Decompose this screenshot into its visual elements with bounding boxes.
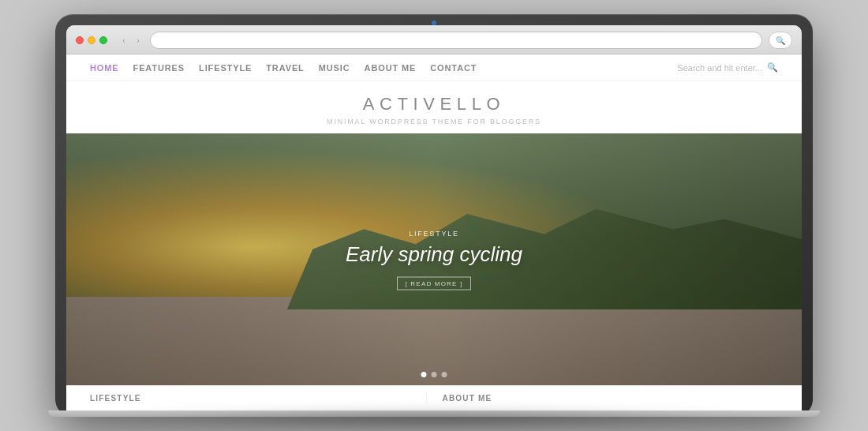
hero-content: LIFESTYLE Early spring cycling [ READ MO… xyxy=(346,229,522,290)
search-placeholder-text: Search and hit enter... xyxy=(677,63,762,73)
footer-strip: LIFESTYLE ABOUT ME xyxy=(66,385,802,410)
nav-links: HOME FEATURES LIFESTYLE TRAVEL MUSIC ABO… xyxy=(90,63,477,73)
laptop-shadow xyxy=(93,410,775,426)
back-arrow[interactable]: ‹ xyxy=(118,35,129,46)
maximize-button[interactable] xyxy=(99,36,107,44)
nav-contact[interactable]: CONTACT xyxy=(430,63,477,73)
search-icon[interactable]: 🔍 xyxy=(767,62,778,73)
website-content: HOME FEATURES LIFESTYLE TRAVEL MUSIC ABO… xyxy=(66,54,802,410)
browser-window: ‹ › 🔍 HOME FEATURES LIFESTYLE TRAVEL MUS… xyxy=(66,25,802,410)
forward-arrow[interactable]: › xyxy=(133,35,144,46)
hero-title: Early spring cycling xyxy=(346,242,522,266)
site-navigation: HOME FEATURES LIFESTYLE TRAVEL MUSIC ABO… xyxy=(66,54,802,81)
hero-read-more-button[interactable]: [ READ MORE ] xyxy=(397,276,472,290)
traffic-lights xyxy=(76,36,107,44)
footer-col-about: ABOUT ME xyxy=(443,394,779,403)
site-header: ACTIVELLO MINIMAL WORDPRESS THEME FOR BL… xyxy=(66,81,802,133)
minimize-button[interactable] xyxy=(88,36,95,44)
browser-search[interactable]: 🔍 xyxy=(769,32,792,49)
footer-col-lifestyle: LIFESTYLE xyxy=(90,394,427,403)
footer-about-title: ABOUT ME xyxy=(443,394,763,403)
nav-music[interactable]: MUSIC xyxy=(319,63,350,73)
site-title: ACTIVELLO xyxy=(66,94,802,114)
slider-dot-1[interactable] xyxy=(421,372,427,377)
browser-chrome: ‹ › 🔍 xyxy=(66,25,802,54)
hero-category: LIFESTYLE xyxy=(346,229,522,237)
slider-dots xyxy=(421,372,447,377)
site-search[interactable]: Search and hit enter... 🔍 xyxy=(677,62,778,73)
nav-arrows: ‹ › xyxy=(118,35,144,46)
address-bar[interactable] xyxy=(150,32,762,49)
nav-features[interactable]: FEATURES xyxy=(133,63,185,73)
slider-dot-2[interactable] xyxy=(432,372,437,377)
nav-lifestyle[interactable]: LIFESTYLE xyxy=(199,63,252,73)
nav-home[interactable]: HOME xyxy=(90,63,119,73)
hero-section: LIFESTYLE Early spring cycling [ READ MO… xyxy=(66,133,802,385)
site-subtitle: MINIMAL WORDPRESS THEME FOR BLOGGERS xyxy=(66,118,802,126)
nav-travel[interactable]: TRAVEL xyxy=(266,63,304,73)
footer-lifestyle-title: LIFESTYLE xyxy=(90,394,410,403)
nav-about[interactable]: ABOUT ME xyxy=(365,63,417,73)
close-button[interactable] xyxy=(76,36,84,44)
laptop-shell: ‹ › 🔍 HOME FEATURES LIFESTYLE TRAVEL MUS… xyxy=(55,14,813,417)
slider-dot-3[interactable] xyxy=(442,372,447,377)
search-icon: 🔍 xyxy=(776,36,785,45)
